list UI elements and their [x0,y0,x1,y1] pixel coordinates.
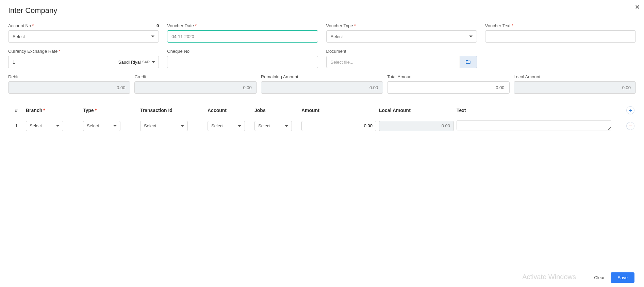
cheque-no-label: Cheque No [167,49,318,54]
close-icon[interactable]: ✕ [635,3,640,11]
col-branch: Branch* [26,108,80,113]
voucher-type-label: Voucher Type* [326,23,477,28]
voucher-text-label: Voucher Text* [485,23,636,28]
chevron-down-icon [56,125,60,127]
footer-actions: Clear Save [593,272,634,283]
save-button[interactable]: Save [611,272,634,283]
credit-label: Credit [134,74,257,79]
voucher-date-label: Voucher Date* [167,23,318,28]
total-label: Total Amount [387,74,509,79]
credit-value: 0.00 [134,81,257,94]
chevron-down-icon [181,125,184,127]
chevron-down-icon [469,36,473,37]
line-items-header: # Branch* Type* Transaction Id Account J… [8,104,636,118]
remove-row-button[interactable]: − [626,122,634,130]
page-title: Inter Company [8,6,636,15]
row-branch-select[interactable]: Select [26,121,63,131]
minus-icon: − [629,123,632,129]
add-row-button[interactable]: ＋ [626,106,634,114]
row-num: 1 [10,123,23,128]
clear-button[interactable]: Clear [593,272,606,283]
voucher-date-input[interactable]: 04-11-2020 [167,30,318,43]
col-text: Text [457,108,611,113]
voucher-type-select[interactable]: Select [326,30,477,43]
account-no-select[interactable]: Select [8,30,159,43]
document-label: Document [326,49,477,54]
table-row: 1 Select Select Select Select [8,118,636,133]
divider [8,100,636,100]
row-account-select[interactable]: Select [208,121,245,131]
row-jobs-select[interactable]: Select [254,121,292,131]
chevron-down-icon [151,36,154,37]
document-file-input[interactable]: Select file... [326,56,460,68]
file-browse-button[interactable] [460,56,477,68]
remaining-label: Remaining Amount [261,74,383,79]
col-jobs: Jobs [254,108,299,113]
windows-watermark: Activate Windows [522,273,576,281]
local-amount-label: Local Amount [514,74,636,79]
debit-value: 0.00 [8,81,130,94]
col-amount: Amount [301,108,376,113]
account-no-label: Account No* 0 [8,23,159,28]
row-text-input[interactable] [457,120,611,130]
col-type: Type* [83,108,137,113]
currency-select[interactable]: Saudi Riyal SAR [114,56,159,68]
col-local-amount: Local Amount [379,108,454,113]
chevron-down-icon [285,125,288,127]
col-num: # [10,108,23,113]
row-transaction-select[interactable]: Select [140,121,188,131]
chevron-down-icon [113,125,117,127]
exchange-rate-label: Currency Exchange Rate* [8,49,159,54]
inter-company-modal: ✕ Inter Company Account No* 0 Select Vou… [0,0,644,287]
col-account: Account [208,108,252,113]
row-amount-input[interactable] [301,121,376,131]
account-no-badge: 0 [156,23,159,28]
total-input[interactable]: 0.00 [387,81,509,94]
local-amount-value: 0.00 [514,81,636,94]
row-local-amount [379,121,454,131]
row-type-select[interactable]: Select [83,121,120,131]
col-transaction: Transaction Id [140,108,205,113]
chevron-down-icon [238,125,241,127]
remaining-value: 0.00 [261,81,383,94]
chevron-down-icon [152,61,155,63]
cheque-no-input[interactable] [167,56,318,68]
voucher-text-input[interactable] [485,30,636,43]
folder-open-icon [465,59,471,65]
exchange-rate-input[interactable] [8,56,114,68]
debit-label: Debit [8,74,130,79]
plus-icon: ＋ [628,108,633,113]
